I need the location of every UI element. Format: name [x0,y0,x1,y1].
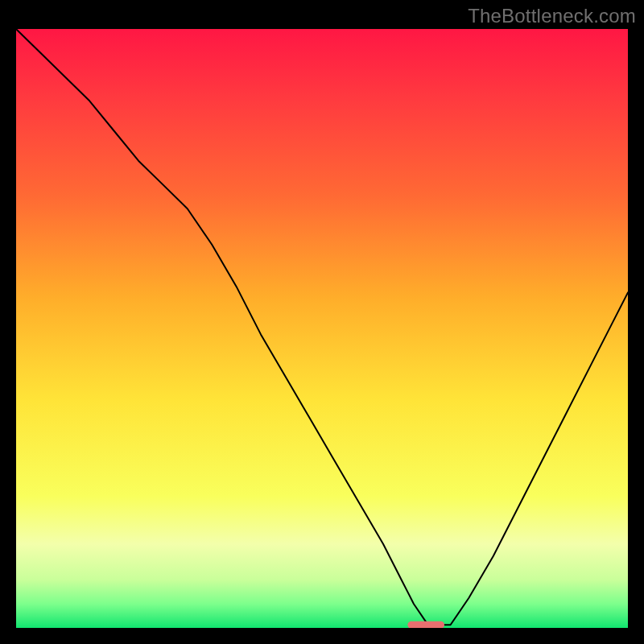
gradient-background [16,29,628,628]
chart-container: TheBottleneck.com [0,0,644,644]
plot-area [16,29,628,628]
watermark-text: TheBottleneck.com [468,5,636,27]
optimum-marker [407,621,444,628]
chart-svg [16,29,628,628]
